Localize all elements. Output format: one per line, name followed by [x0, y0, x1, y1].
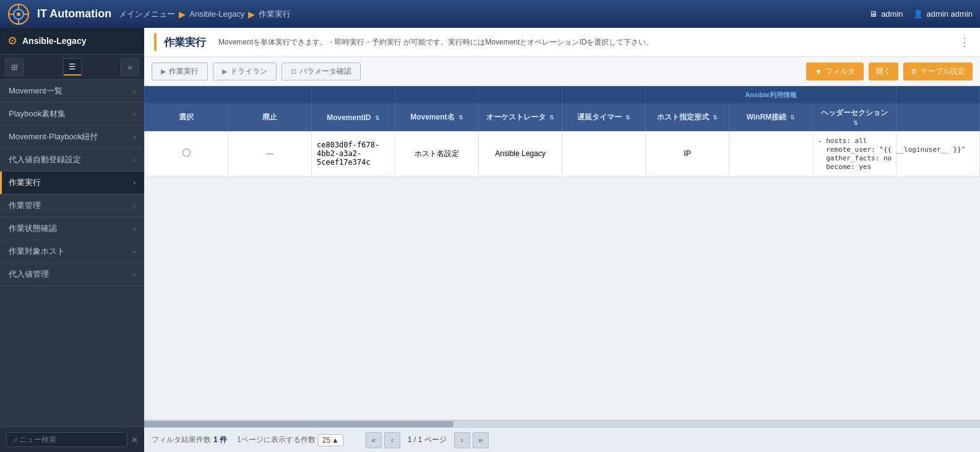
cell-delay-timer: [562, 131, 646, 176]
sidebar-item-job-status[interactable]: 作業状態確認 ›: [0, 217, 144, 240]
table-settings-button[interactable]: ⚙ テーブル設定: [903, 63, 973, 80]
search-clear-icon[interactable]: ✕: [131, 435, 138, 445]
page-title-bar: [154, 33, 157, 51]
search-input[interactable]: [6, 432, 127, 447]
filter-count: フィルタ結果件数 1 件: [152, 435, 227, 445]
sidebar-item-label: Movement-Playbook紐付: [9, 131, 98, 142]
sidebar-item-substitution[interactable]: 代入値自動登録設定 ›: [0, 149, 144, 172]
main-content: 作業実行 Movementを単体実行できます。・即時実行・予約実行 が可能です。…: [144, 28, 980, 452]
sidebar-menu: Movement一覧 › Playbook素材集 › Movement-Play…: [0, 80, 144, 427]
breadcrumb-sep-2: ▶: [248, 9, 255, 19]
sidebar-item-label: Movement一覧: [9, 85, 62, 97]
filter-label: フィルタ: [825, 66, 855, 77]
sidebar-list-btn[interactable]: ☰: [63, 58, 82, 76]
sidebar-item-execute[interactable]: 作業実行 ›: [0, 172, 144, 194]
svg-point-2: [17, 12, 20, 16]
horizontal-scrollbar[interactable]: [144, 420, 980, 427]
admin-label: admin: [881, 9, 903, 19]
scrollbar-thumb[interactable]: [144, 421, 453, 427]
th-movement-name-group: [395, 87, 479, 104]
sidebar-item-label: 作業実行: [9, 177, 41, 188]
th-empty-1: [145, 87, 312, 104]
data-table: Ansible利用情報 選択 廃止 MovementID ⇅ Movement名: [144, 86, 980, 176]
open-button[interactable]: 開く: [869, 63, 898, 80]
footer: フィルタ結果件数 1 件 1ページに表示する件数 25 ▲ « ‹ 1 / 1 …: [144, 427, 980, 452]
sidebar-grid-btn[interactable]: ⊞: [5, 58, 24, 76]
dry-run-button[interactable]: ▶ ドライラン: [213, 63, 277, 80]
sidebar-item-movement-list[interactable]: Movement一覧 ›: [0, 80, 144, 103]
perpage-label: 1ページに表示する件数: [237, 435, 316, 445]
header-right: 🖥 admin 👤 admin admin: [869, 9, 973, 19]
sidebar-item-playbook[interactable]: Playbook素材集 ›: [0, 103, 144, 126]
cell-host-type: IP: [646, 131, 729, 176]
param-check-button[interactable]: ⊡ パラメータ確認: [282, 63, 361, 80]
execute-icon: ▶: [161, 67, 166, 76]
breadcrumb-sep-1: ▶: [179, 9, 186, 19]
sidebar-item-label: 代入値自動登録設定: [9, 154, 81, 165]
chevron-right-icon: ›: [133, 225, 135, 232]
filter-count-label: フィルタ結果件数: [152, 435, 211, 445]
open-label: 開く: [876, 67, 891, 76]
sort-icon: ⇅: [853, 120, 858, 126]
th-movement-name[interactable]: Movement名 ⇅: [395, 104, 479, 131]
chevron-right-icon: ›: [133, 110, 135, 118]
th-orchestrator[interactable]: オーケストレータ ⇅: [479, 104, 562, 131]
cell-select[interactable]: [145, 131, 228, 176]
th-ansible-group: Ansible利用情報: [646, 87, 896, 104]
sidebar-item-job-management[interactable]: 作業管理 ›: [0, 194, 144, 217]
sidebar-top-actions: ⊞ ☰ «: [0, 54, 144, 80]
row-radio[interactable]: [183, 149, 191, 157]
th-movement-id[interactable]: MovementID ⇅: [312, 104, 395, 131]
toolbar-left: ▶ 作業実行 ▶ ドライラン ⊡ パラメータ確認: [152, 63, 361, 80]
execute-label: 作業実行: [169, 66, 199, 77]
sidebar-header-title: Ansible-Legacy: [22, 36, 86, 46]
perpage-select[interactable]: 25 ▲: [318, 434, 343, 446]
sidebar-item-label: 作業状態確認: [9, 223, 57, 234]
table-row: — ce803d0f-f678-4bb2-a3a2-5ceef17e374c ホ…: [145, 131, 980, 176]
page-prev-button[interactable]: ‹: [384, 432, 400, 448]
admin-user-section[interactable]: 👤 admin admin: [913, 9, 973, 19]
breadcrumb-ansible-legacy[interactable]: Ansible-Legacy: [189, 9, 244, 19]
cell-movement-name: ホスト名設定: [395, 131, 479, 176]
sidebar-item-label: 作業管理: [9, 200, 41, 211]
page-first-button[interactable]: «: [366, 432, 382, 448]
monitor-icon: 🖥: [869, 9, 877, 19]
table-area: Ansible利用情報 選択 廃止 MovementID ⇅ Movement名: [144, 86, 980, 420]
table-settings-label: テーブル設定: [921, 66, 965, 77]
chevron-right-icon: ›: [133, 87, 135, 95]
sidebar-item-movement-playbook[interactable]: Movement-Playbook紐付 ›: [0, 126, 144, 149]
sidebar-item-target-host[interactable]: 作業対象ホスト ›: [0, 240, 144, 263]
sort-icon: ⇅: [375, 115, 380, 121]
th-delay-timer[interactable]: 遅延タイマー ⇅: [562, 104, 646, 131]
page-last-button[interactable]: »: [473, 432, 489, 448]
th-winrm[interactable]: WinRM接続 ⇅: [729, 104, 813, 131]
th-delay-timer-group: [562, 87, 646, 104]
th-header-section[interactable]: ヘッダーセクション ⇅: [813, 104, 896, 131]
sidebar-item-label: Playbook素材集: [9, 108, 66, 120]
page-header: 作業実行 Movementを単体実行できます。・即時実行・予約実行 が可能です。…: [144, 28, 980, 58]
admin-user-icon: 👤: [913, 9, 923, 19]
dry-run-label: ドライラン: [230, 66, 267, 77]
admin-monitor-section: 🖥 admin: [869, 9, 903, 19]
page-next-button[interactable]: ›: [454, 432, 470, 448]
th-host-type[interactable]: ホスト指定形式 ⇅: [646, 104, 729, 131]
filter-button[interactable]: ▼ フィルタ: [806, 63, 864, 80]
perpage-selector: 1ページに表示する件数 25 ▲: [237, 434, 343, 446]
more-options-icon[interactable]: ⋮: [959, 35, 970, 49]
sidebar-header-icon: ⚙: [7, 34, 17, 48]
th-orchestrator-group: [479, 87, 562, 104]
sidebar-item-substitution-management[interactable]: 代入値管理 ›: [0, 263, 144, 286]
breadcrumb-main-menu[interactable]: メインメニュー: [119, 9, 175, 20]
sidebar: ⚙ Ansible-Legacy ⊞ ☰ « Movement一覧 › Play…: [0, 28, 144, 452]
sort-icon: ⇅: [790, 115, 795, 121]
sort-icon: ⇅: [549, 115, 554, 121]
app-layout: ⚙ Ansible-Legacy ⊞ ☰ « Movement一覧 › Play…: [0, 28, 980, 452]
filter-icon: ▼: [815, 67, 822, 76]
cell-movement-id: ce803d0f-f678-4bb2-a3a2-5ceef17e374c: [312, 131, 395, 176]
toolbar-right: ▼ フィルタ 開く ⚙ テーブル設定: [806, 63, 973, 80]
sort-icon: ⇅: [713, 115, 718, 121]
sort-icon: ⇅: [625, 115, 630, 121]
execute-button[interactable]: ▶ 作業実行: [152, 63, 208, 80]
app-logo-icon: [7, 3, 30, 25]
sidebar-collapse-btn[interactable]: «: [121, 58, 139, 76]
